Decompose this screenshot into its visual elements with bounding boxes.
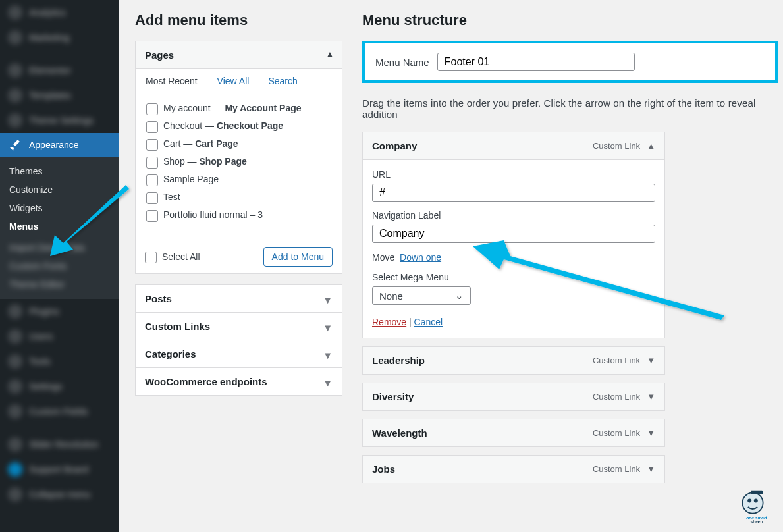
triangle-down-icon: ▼ [647,464,655,474]
sidebar-item-blur: Analytics [0,0,119,25]
pages-tabs: Most Recent View All Search [136,69,342,93]
menu-item-leadership[interactable]: LeadershipCustom Link▼ [362,346,665,375]
admin-sidebar: Analytics Marketing Elementor Templates … [0,0,119,532]
add-items-heading: Add menu items [135,12,342,29]
triangle-down-icon: ▼ [323,350,333,361]
list-item[interactable]: Checkout — Checkout Page [145,118,330,136]
menu-item-diversity[interactable]: DiversityCustom Link▼ [362,383,665,411]
checkbox[interactable] [145,252,157,263]
chevron-down-icon: ⌄ [455,290,464,302]
move-down-one-link[interactable]: Down one [400,252,441,263]
sidebar-item-blur: Plugins [0,299,119,324]
menu-name-input[interactable] [437,53,635,71]
panel-categories[interactable]: Categories▼ [135,340,342,368]
svg-point-2 [742,492,763,513]
sidebar-item-blur: Theme Settings [0,108,119,133]
triangle-down-icon: ▼ [647,428,655,438]
tab-most-recent[interactable]: Most Recent [136,69,207,93]
select-all-label: Select All [162,252,200,262]
sidebar-item-blur: Marketing [0,25,119,50]
move-label: Move [372,252,394,263]
tab-search[interactable]: Search [259,69,306,93]
menu-name-row: Menu Name [362,41,778,83]
menu-item-title: Leadership [372,355,425,366]
checkbox[interactable] [146,103,158,115]
sidebar-item-appearance[interactable]: Appearance [0,133,119,157]
sidebar-subitem-menus[interactable]: Menus [9,217,109,236]
watermark-logo: one smart sheep [737,483,776,525]
svg-point-3 [747,498,751,502]
collapsed-panels: Posts▼ Custom Links▼ Categories▼ WooComm… [135,284,342,396]
panel-pages: Pages ▲ Most Recent View All Search My a… [135,41,342,274]
list-item[interactable]: Cart — Cart Page [145,136,330,153]
sidebar-blurred-group: Analytics Marketing Elementor Templates … [0,0,119,133]
sidebar-item-blur: Support Board [0,457,119,482]
list-item[interactable]: Portfolio fluid normal – 3 [145,207,330,225]
checkbox[interactable] [146,139,158,151]
sidebar-item-blur: Custom Fields [0,399,119,424]
menu-structure-column: Menu structure Menu Name Drag the items … [362,0,778,491]
nav-label-input[interactable] [372,225,655,243]
url-label: URL [372,169,655,180]
sidebar-item-blur: Users [0,324,119,349]
mega-menu-select[interactable]: None ⌄ [372,286,471,305]
menu-structure-heading: Menu structure [362,12,778,29]
sidebar-item-blur: Tools [0,349,119,374]
list-item[interactable]: Sample Page [145,171,330,189]
panel-posts[interactable]: Posts▼ [135,284,342,313]
checkbox[interactable] [146,174,158,186]
mega-menu-label: Select Mega Menu [372,272,655,282]
triangle-down-icon: ▼ [323,294,333,306]
menu-item-header[interactable]: Company Custom Link▲ [363,132,664,159]
sidebar-item-blur: Slider Revolution [0,432,119,457]
drag-instruction: Drag the items into the order you prefer… [362,97,778,120]
sidebar-subitem-themes[interactable]: Themes [9,162,109,180]
pages-checklist[interactable]: My account — My Account Page Checkout — … [145,100,333,235]
checkbox[interactable] [146,121,158,133]
list-item[interactable]: Test [145,189,330,207]
menu-item-title: Jobs [372,464,395,475]
checkbox[interactable] [146,157,158,169]
mega-menu-value: None [379,290,403,302]
menu-item-title: Company [372,140,417,151]
sidebar-blurred-group2: Plugins Users Tools Settings Custom Fiel… [0,299,119,507]
menu-item-type: Custom Link [593,141,640,151]
sidebar-item-blur: Collapse menu [0,482,119,507]
svg-point-4 [754,498,758,502]
add-menu-items-column: Add menu items Pages ▲ Most Recent View … [135,0,342,491]
main-content: Add menu items Pages ▲ Most Recent View … [119,0,783,532]
menu-item-wavelength[interactable]: WavelengthCustom Link▼ [362,419,665,447]
sidebar-item-label: Appearance [29,140,79,150]
triangle-down-icon: ▼ [323,322,333,333]
triangle-down-icon: ▼ [323,377,333,388]
triangle-down-icon: ▼ [647,356,655,365]
list-item[interactable]: Shop — Shop Page [145,153,330,171]
panel-pages-header[interactable]: Pages ▲ [136,41,342,69]
menu-item-title: Diversity [372,391,414,402]
url-input[interactable] [372,184,655,202]
brush-icon [8,138,22,151]
select-all-row[interactable]: Select All [145,251,200,263]
svg-text:sheep: sheep [750,519,763,523]
checkbox[interactable] [146,210,158,222]
sidebar-subitem-customize[interactable]: Customize [9,180,109,199]
menu-item-title: Wavelength [372,427,427,439]
menu-name-label: Menu Name [375,57,429,68]
menu-item-jobs[interactable]: JobsCustom Link▼ [362,455,665,483]
triangle-up-icon: ▲ [326,49,334,59]
panel-woocommerce[interactable]: WooCommerce endpoints▼ [135,368,342,396]
tab-view-all[interactable]: View All [208,69,259,93]
nav-label-label: Navigation Label [372,210,655,221]
checkbox[interactable] [146,192,158,204]
cancel-link[interactable]: Cancel [414,317,443,327]
panel-custom-links[interactable]: Custom Links▼ [135,313,342,340]
sidebar-subitem-widgets[interactable]: Widgets [9,199,109,217]
remove-link[interactable]: Remove [372,317,406,327]
svg-rect-5 [751,491,763,494]
panel-title: Pages [145,49,174,61]
sidebar-item-blur: Templates [0,83,119,108]
sidebar-item-blur: Settings [0,374,119,399]
list-item[interactable]: My account — My Account Page [145,100,330,118]
add-to-menu-button[interactable]: Add to Menu [263,247,333,267]
sidebar-submenu: Themes Customize Widgets Menus Import De… [0,157,119,299]
